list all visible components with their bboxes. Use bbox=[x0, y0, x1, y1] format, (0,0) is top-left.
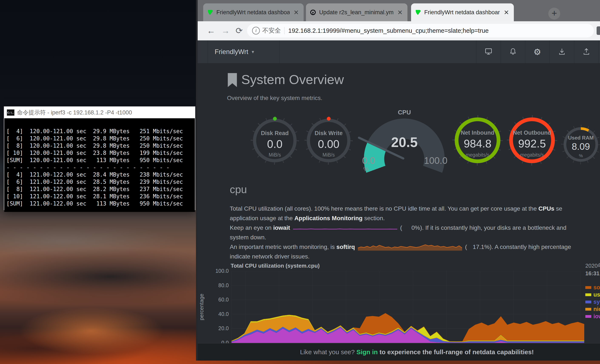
link-applications-monitoring[interactable]: Applications Monitoring bbox=[294, 215, 363, 222]
legend-label: nice bbox=[593, 306, 600, 313]
monitor-icon bbox=[484, 47, 493, 56]
legend-item-softirq[interactable]: softirq bbox=[585, 284, 600, 291]
download-icon bbox=[558, 47, 566, 56]
chart-time: 16:31:2 bbox=[585, 270, 600, 277]
nodes-view-button[interactable] bbox=[476, 40, 500, 63]
cpu-paragraph-2: application usage at the Applications Mo… bbox=[230, 213, 385, 223]
tab-label: Update r2s_lean_minimal.yml · k bbox=[319, 9, 394, 16]
softirq-sparkline bbox=[358, 242, 462, 252]
browser-window: FriendlyWrt netdata dashboard ✕ Update r… bbox=[196, 0, 600, 361]
chevron-down-icon: ▾ bbox=[252, 49, 254, 55]
signin-bar: Like what you see? Sign in to experience… bbox=[198, 343, 600, 361]
netdata-menubar: FriendlyWrt ▾ ⚙ bbox=[198, 40, 600, 63]
address-bar[interactable]: i 不安全 192.168.2.1:19999/#menu_system_sub… bbox=[247, 24, 594, 37]
gauge-disk-read[interactable]: Disk Read 0.0 MiB/s bbox=[253, 119, 297, 162]
cmd-icon: C:\. bbox=[7, 109, 14, 116]
new-tab-button[interactable]: + bbox=[548, 8, 560, 19]
status-dot-green bbox=[273, 117, 277, 121]
import-settings-button[interactable] bbox=[550, 40, 574, 63]
y-tick: 20.0 bbox=[205, 325, 229, 331]
y-tick: 40.0 bbox=[205, 311, 229, 317]
gauge-cpu[interactable]: CPU 20.5 0.0 100.0 % bbox=[361, 109, 448, 173]
tab-label: FriendlyWrt netdata dashboard bbox=[216, 9, 290, 16]
cpu-chart[interactable] bbox=[232, 271, 584, 343]
cpu-gauge-value: 20.5 bbox=[361, 134, 448, 150]
truncated-toolbar-icon bbox=[597, 26, 600, 35]
cpu-gauge-units: % bbox=[363, 166, 368, 173]
y-axis-label: percentage bbox=[198, 294, 205, 320]
cpu-paragraph-6: indicate network driver issues. bbox=[230, 252, 309, 261]
legend-swatch bbox=[585, 286, 591, 289]
host-dropdown[interactable]: FriendlyWrt ▾ bbox=[215, 40, 254, 63]
netdata-favicon bbox=[207, 9, 213, 16]
y-tick: 100.0 bbox=[205, 268, 229, 274]
back-icon[interactable]: ← bbox=[205, 25, 217, 37]
status-dot-red bbox=[327, 117, 331, 121]
tab-github[interactable]: Update r2s_lean_minimal.yml · k ✕ bbox=[306, 3, 407, 21]
cpu-paragraph-5: An important metric worth monitoring, is… bbox=[230, 242, 571, 252]
cpu-paragraph-3: Keep an eye on iowait (0%). If it is con… bbox=[230, 223, 566, 233]
gauge-net-inbound[interactable]: Net Inbound 984.8 megabits/s bbox=[455, 117, 500, 163]
signin-pre: Like what you see? bbox=[300, 348, 356, 355]
cpu-paragraph-4: system down. bbox=[230, 233, 266, 242]
iowait-sparkline bbox=[293, 223, 397, 233]
legend-item-iowait[interactable]: iowait bbox=[585, 313, 600, 320]
gauge-net-outbound[interactable]: Net Outbound 992.5 megabits/s bbox=[509, 117, 555, 163]
legend-swatch bbox=[585, 301, 591, 303]
sign-in-link[interactable]: Sign in bbox=[356, 348, 378, 355]
forward-icon[interactable]: → bbox=[220, 25, 231, 37]
link-cpus[interactable]: CPUs bbox=[538, 205, 554, 212]
terminal-window[interactable]: C:\. 命令提示符 - iperf3 -c 192.168.1.2 -P4 -… bbox=[4, 106, 195, 210]
legend-label: system bbox=[593, 299, 600, 305]
screen: C:\. 命令提示符 - iperf3 -c 192.168.1.2 -P4 -… bbox=[0, 0, 600, 364]
gear-icon: ⚙ bbox=[534, 47, 541, 57]
iowait-percent: 0% bbox=[402, 223, 420, 233]
info-icon[interactable]: i bbox=[252, 27, 260, 35]
cpu-paragraph-1: Total CPU utilization (all cores). 100% … bbox=[230, 204, 562, 213]
tab-friendlywrt-1[interactable]: FriendlyWrt netdata dashboard ✕ bbox=[203, 3, 304, 21]
terminal-body[interactable]: [ 4] 120.00-121.00 sec 29.9 MBytes 251 M… bbox=[4, 118, 195, 212]
url-separator bbox=[284, 27, 284, 34]
y-tick: 60.0 bbox=[205, 297, 229, 303]
legend-item-user[interactable]: user bbox=[585, 291, 600, 298]
signin-tail: to experience the full-range of netdata … bbox=[378, 348, 534, 355]
bell-icon bbox=[509, 47, 517, 56]
browser-toolbar: ← → ⟳ i 不安全 192.168.2.1:19999/#menu_syst… bbox=[198, 21, 600, 40]
tab-close-icon[interactable]: ✕ bbox=[396, 9, 404, 16]
not-secure-label: 不安全 bbox=[262, 26, 281, 35]
github-favicon bbox=[310, 9, 316, 16]
legend-swatch bbox=[585, 315, 591, 318]
softirq-percent: 17.1% bbox=[467, 242, 490, 252]
export-settings-button[interactable] bbox=[574, 40, 598, 63]
tab-strip: FriendlyWrt netdata dashboard ✕ Update r… bbox=[198, 0, 600, 21]
tab-friendlywrt-active[interactable]: FriendlyWrt netdata dashboard ✕ bbox=[411, 3, 514, 21]
terminal-output: [ 4] 120.00-121.00 sec 29.9 MBytes 251 M… bbox=[6, 121, 194, 207]
legend-swatch bbox=[585, 293, 591, 296]
url-text[interactable]: 192.168.2.1:19999/#menu_system_submenu_c… bbox=[288, 27, 489, 34]
upload-icon bbox=[582, 47, 591, 56]
bookmark-icon bbox=[226, 72, 238, 89]
alarms-button[interactable] bbox=[501, 40, 525, 63]
netdata-favicon bbox=[415, 9, 421, 16]
cpu-gauge-title: CPU bbox=[361, 109, 448, 116]
reload-icon[interactable]: ⟳ bbox=[234, 25, 245, 37]
gauge-disk-write[interactable]: Disk Write 0.00 MiB/s bbox=[307, 119, 350, 162]
chart-title: Total CPU utilization (system.cpu) bbox=[231, 262, 319, 269]
cpu-gauge-min: 0.0 bbox=[362, 155, 375, 166]
legend-item-nice[interactable]: nice bbox=[585, 306, 600, 313]
cpu-gauge-max: 100.0 bbox=[424, 155, 448, 166]
legend-swatch bbox=[585, 308, 591, 311]
tab-close-icon[interactable]: ✕ bbox=[503, 9, 510, 16]
legend-label: user bbox=[593, 291, 600, 298]
terminal-title-bar[interactable]: C:\. 命令提示符 - iperf3 -c 192.168.1.2 -P4 -… bbox=[4, 107, 195, 118]
legend-label: iowait bbox=[593, 313, 600, 320]
legend-label: softirq bbox=[593, 284, 600, 291]
gauge-used-ram[interactable]: Used RAM 8.09 % bbox=[564, 127, 598, 162]
host-name: FriendlyWrt bbox=[215, 48, 248, 56]
legend-item-system[interactable]: system bbox=[585, 299, 600, 305]
settings-button[interactable]: ⚙ bbox=[525, 40, 549, 63]
section-heading-cpu: cpu bbox=[230, 183, 247, 196]
tab-close-icon[interactable]: ✕ bbox=[292, 9, 300, 16]
chart-date: 2020年3 bbox=[585, 262, 600, 270]
y-tick: 80.0 bbox=[205, 282, 229, 289]
